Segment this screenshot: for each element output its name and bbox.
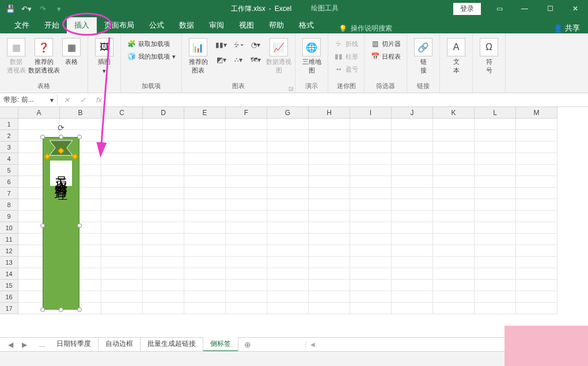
row-header[interactable]: 3: [0, 142, 18, 153]
cell[interactable]: [350, 176, 392, 188]
login-button[interactable]: 登录: [453, 3, 481, 15]
cell[interactable]: [433, 222, 475, 234]
cell[interactable]: [392, 245, 433, 257]
cell[interactable]: [516, 257, 557, 268]
cell[interactable]: [475, 188, 516, 199]
redo-icon[interactable]: ↷: [36, 2, 50, 16]
cell[interactable]: [101, 222, 143, 234]
row-header[interactable]: 16: [0, 291, 18, 303]
cell[interactable]: [267, 245, 309, 257]
cell[interactable]: [433, 257, 475, 268]
tab-insert[interactable]: 插入: [67, 17, 97, 33]
add-sheet-button[interactable]: ⊕: [238, 340, 257, 349]
cell[interactable]: [350, 119, 392, 130]
cell[interactable]: [226, 257, 267, 268]
cell[interactable]: [516, 119, 557, 130]
ribbon-options-icon[interactable]: ▭: [487, 0, 512, 17]
cell[interactable]: [475, 130, 516, 142]
resize-handle[interactable]: [77, 223, 82, 228]
qat-custom-icon[interactable]: ▾: [52, 2, 66, 16]
cell[interactable]: [143, 234, 184, 245]
cell[interactable]: [516, 222, 557, 234]
cell[interactable]: [184, 130, 226, 142]
cell[interactable]: [267, 165, 309, 176]
cell[interactable]: [184, 222, 226, 234]
row-header[interactable]: 8: [0, 199, 18, 211]
row-header[interactable]: 9: [0, 211, 18, 222]
timeline-button[interactable]: 📅日程表: [368, 51, 403, 62]
cell[interactable]: [350, 188, 392, 199]
cell[interactable]: [350, 130, 392, 142]
cell[interactable]: [475, 176, 516, 188]
cell[interactable]: [392, 176, 433, 188]
cell[interactable]: [101, 165, 143, 176]
column-header[interactable]: H: [309, 107, 350, 119]
cell[interactable]: [392, 119, 433, 130]
rotate-handle-icon[interactable]: ⟳: [58, 123, 65, 132]
cell[interactable]: [475, 165, 516, 176]
name-box[interactable]: 带形: 前... ▾: [0, 95, 58, 105]
cell[interactable]: [101, 245, 143, 257]
cell[interactable]: [226, 291, 267, 303]
cell[interactable]: [309, 211, 350, 222]
cell[interactable]: [309, 291, 350, 303]
cell[interactable]: [143, 222, 184, 234]
cell[interactable]: [433, 245, 475, 257]
maximize-icon[interactable]: ☐: [537, 0, 563, 17]
cell[interactable]: [101, 234, 143, 245]
cell[interactable]: [475, 142, 516, 153]
scatter-chart-icon[interactable]: ∴▾: [230, 53, 246, 67]
sheet-tab[interactable]: 日期转季度: [50, 337, 98, 352]
cell[interactable]: [267, 142, 309, 153]
row-header[interactable]: 7: [0, 188, 18, 199]
cell[interactable]: [267, 280, 309, 291]
resize-handle[interactable]: [40, 223, 45, 228]
cell[interactable]: [433, 303, 475, 314]
cell[interactable]: [267, 119, 309, 130]
cell[interactable]: [350, 165, 392, 176]
cell[interactable]: [143, 188, 184, 199]
cell[interactable]: [309, 268, 350, 280]
cells-area[interactable]: ⟳ 员工资料管理: [18, 119, 588, 337]
cell[interactable]: [267, 211, 309, 222]
cell[interactable]: [350, 211, 392, 222]
cell[interactable]: [516, 199, 557, 211]
resize-handle[interactable]: [40, 307, 45, 312]
3d-map-button[interactable]: 🌐 三维地 图: [299, 36, 324, 75]
cell[interactable]: [143, 130, 184, 142]
cell[interactable]: [433, 211, 475, 222]
cell[interactable]: [226, 245, 267, 257]
cell[interactable]: [392, 280, 433, 291]
cell[interactable]: [184, 268, 226, 280]
cell[interactable]: [516, 153, 557, 165]
dialog-launcher-icon[interactable]: ◲: [289, 86, 294, 92]
cell[interactable]: [101, 119, 143, 130]
symbol-button[interactable]: Ω 符 号: [476, 36, 502, 75]
sheet-nav[interactable]: ◀ ▶: [0, 341, 35, 349]
cell[interactable]: [516, 165, 557, 176]
cell[interactable]: [309, 199, 350, 211]
row-header[interactable]: 14: [0, 268, 18, 280]
cell[interactable]: [392, 257, 433, 268]
cell[interactable]: [516, 268, 557, 280]
pie-chart-icon[interactable]: ◔▾: [248, 38, 264, 52]
cell[interactable]: [101, 199, 143, 211]
resize-handle[interactable]: [59, 307, 63, 312]
column-header[interactable]: F: [226, 107, 267, 119]
row-header[interactable]: 1: [0, 119, 18, 130]
cell[interactable]: [475, 245, 516, 257]
column-header[interactable]: G: [267, 107, 309, 119]
cell[interactable]: [309, 234, 350, 245]
cell[interactable]: [184, 303, 226, 314]
cell[interactable]: [309, 153, 350, 165]
cell[interactable]: [309, 245, 350, 257]
cell[interactable]: [101, 280, 143, 291]
cell[interactable]: [267, 303, 309, 314]
map-chart-icon[interactable]: 🗺▾: [248, 53, 264, 67]
tell-me-search[interactable]: 💡 操作说明搜索: [339, 24, 392, 33]
cell[interactable]: [350, 142, 392, 153]
cell[interactable]: [267, 188, 309, 199]
cell[interactable]: [475, 257, 516, 268]
cell[interactable]: [516, 291, 557, 303]
cell[interactable]: [309, 176, 350, 188]
